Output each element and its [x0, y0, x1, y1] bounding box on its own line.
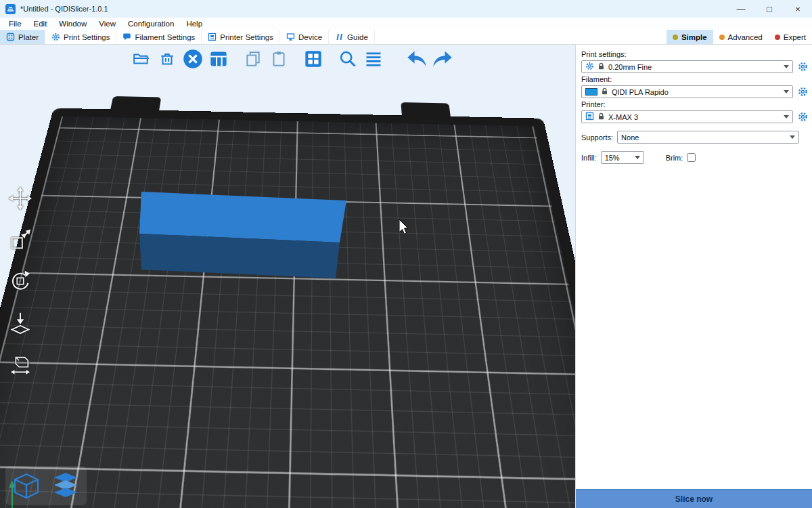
print-settings-label: Print settings:	[581, 50, 809, 58]
tab-label: Printer Settings	[220, 33, 273, 41]
preview-layers-icon[interactable]	[49, 469, 83, 503]
menu-configuration[interactable]: Configuration	[122, 20, 180, 28]
close-button[interactable]: ×	[784, 0, 812, 18]
menubar: File Edit Window View Configuration Help	[0, 18, 812, 30]
variable-layer-height-icon[interactable]	[362, 47, 385, 70]
3d-viewport[interactable]	[0, 45, 575, 508]
search-icon[interactable]	[336, 47, 359, 70]
delete-all-icon[interactable]	[181, 47, 204, 70]
measure-tool-icon[interactable]	[7, 351, 34, 377]
main-content: Print settings: 0.20mm Fine Filament:	[0, 45, 812, 508]
brim-checkbox[interactable]	[687, 153, 696, 162]
arrange-icon[interactable]	[207, 47, 230, 70]
bed-clip	[110, 96, 162, 112]
tab-printer-settings[interactable]: Printer Settings	[202, 30, 280, 44]
supports-label: Supports:	[581, 133, 613, 142]
tab-guide[interactable]: Guide	[329, 30, 375, 44]
bed-clip	[401, 102, 451, 118]
gear-icon	[585, 62, 594, 72]
printer-icon	[585, 112, 594, 122]
tab-plater[interactable]: Plater	[0, 30, 45, 44]
edit-printer-button[interactable]	[796, 111, 809, 123]
maximize-button[interactable]: □	[755, 0, 784, 18]
filament-select[interactable]: QIDI PLA Rapido	[581, 85, 793, 98]
settings-sidebar: Print settings: 0.20mm Fine Filament:	[575, 45, 812, 508]
printer-icon	[208, 33, 217, 41]
expert-mode-dot-icon	[775, 35, 780, 40]
plater-icon	[6, 33, 15, 41]
infill-select[interactable]: 15%	[601, 151, 644, 164]
tab-print-settings[interactable]: Print Settings	[45, 30, 116, 44]
mode-advanced[interactable]: Advanced	[713, 30, 769, 44]
device-icon	[286, 33, 295, 41]
tab-label: Plater	[18, 33, 39, 41]
undo-icon[interactable]	[405, 47, 428, 70]
scale-tool-icon[interactable]	[7, 227, 34, 253]
edit-print-settings-button[interactable]	[796, 61, 809, 73]
menu-file[interactable]: File	[3, 20, 28, 28]
menu-view[interactable]: View	[93, 20, 122, 28]
print-settings-select[interactable]: 0.20mm Fine	[581, 60, 793, 73]
chevron-down-icon	[784, 65, 789, 68]
printer-label: Printer:	[581, 100, 809, 108]
supports-value: None	[621, 133, 639, 142]
delete-icon[interactable]	[156, 47, 179, 70]
chevron-down-icon	[784, 115, 789, 119]
move-tool-icon[interactable]	[7, 186, 34, 211]
open-file-icon[interactable]	[130, 47, 153, 70]
tab-label: Guide	[347, 33, 368, 41]
tab-label: Device	[298, 33, 322, 41]
lock-icon	[597, 62, 605, 72]
mode-simple[interactable]: Simple	[667, 30, 713, 44]
tab-label: Print Settings	[64, 33, 110, 41]
paste-icon[interactable]	[267, 47, 290, 70]
tab-filament-settings[interactable]: Filament Settings	[116, 30, 202, 44]
gear-icon	[51, 33, 60, 41]
slice-now-button[interactable]: Slice now	[576, 489, 812, 508]
mode-expert[interactable]: Expert	[769, 30, 812, 44]
view-switcher	[5, 466, 87, 505]
guide-icon	[335, 33, 344, 41]
redo-icon[interactable]	[431, 47, 454, 70]
copy-icon[interactable]	[242, 47, 265, 70]
tabbar: Plater Print Settings Filament Settings …	[0, 30, 812, 45]
split-objects-icon[interactable]	[302, 47, 325, 70]
chevron-down-icon	[784, 90, 789, 93]
tab-device[interactable]: Device	[280, 30, 329, 44]
chevron-down-icon	[790, 135, 795, 139]
menu-edit[interactable]: Edit	[28, 20, 53, 28]
menu-help[interactable]: Help	[180, 20, 208, 28]
mode-label: Simple	[681, 33, 707, 41]
minimize-button[interactable]: —	[727, 0, 755, 18]
titlebar: *Untitled - QIDISlicer-1.0.1 — □ ×	[0, 0, 812, 18]
app-logo-icon	[5, 4, 16, 14]
window-title: *Untitled - QIDISlicer-1.0.1	[20, 5, 108, 13]
window-controls: — □ ×	[727, 0, 812, 18]
brim-label: Brim:	[666, 154, 683, 162]
edit-filament-button[interactable]	[796, 86, 809, 98]
advanced-mode-dot-icon	[719, 35, 725, 40]
rotate-tool-icon[interactable]	[7, 268, 34, 294]
infill-label: Infill:	[581, 154, 597, 162]
place-on-face-tool-icon[interactable]	[7, 310, 34, 335]
printer-select[interactable]: X-MAX 3	[581, 110, 793, 123]
mode-switcher: Simple Advanced Expert	[667, 30, 812, 44]
tab-label: Filament Settings	[135, 33, 195, 41]
slice-now-label: Slice now	[675, 494, 713, 504]
filament-color-swatch	[585, 88, 597, 96]
viewport-toolbar	[130, 47, 457, 70]
side-toolbar	[7, 186, 34, 377]
simple-mode-dot-icon	[673, 35, 678, 40]
mode-label: Expert	[784, 33, 806, 41]
filament-value: QIDI PLA Rapido	[612, 88, 669, 96]
menu-window[interactable]: Window	[53, 20, 93, 28]
printer-value: X-MAX 3	[608, 113, 638, 121]
filament-label: Filament:	[581, 75, 809, 83]
editor-view-icon[interactable]	[9, 469, 43, 503]
mode-label: Advanced	[728, 33, 763, 41]
supports-select[interactable]: None	[617, 131, 799, 144]
lock-icon	[597, 112, 605, 122]
chevron-down-icon	[635, 156, 640, 159]
infill-value: 15%	[605, 154, 620, 162]
print-bed[interactable]	[0, 108, 575, 508]
